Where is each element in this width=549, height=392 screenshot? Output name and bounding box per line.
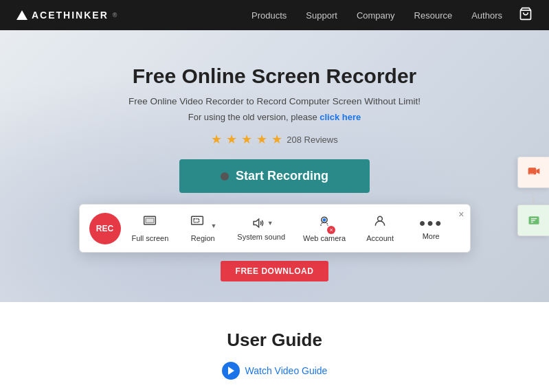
nav-authors[interactable]: Authors (471, 10, 502, 21)
widget-separator (533, 191, 534, 202)
logo-triangle (16, 10, 27, 20)
hero-section: Free Online Screen Recorder Free Online … (0, 30, 549, 302)
nav-products[interactable]: Products (251, 10, 287, 21)
svg-rect-3 (192, 216, 203, 224)
nav-company[interactable]: Company (357, 10, 395, 21)
more-icon: ●●● (419, 217, 443, 229)
svg-point-8 (378, 216, 383, 221)
toolbar-system-sound[interactable]: ▼ System sound (230, 214, 292, 244)
user-guide-title: User Guide (0, 330, 549, 351)
hero-old-version: For using the old version, please click … (0, 112, 549, 122)
svg-point-7 (323, 219, 325, 221)
star-3: ★ (241, 132, 252, 147)
rec-button[interactable]: REC (89, 213, 121, 244)
hero-title: Free Online Screen Recorder (0, 65, 549, 88)
play-button-icon (222, 362, 240, 380)
stars-row: ★ ★ ★ ★ ★ 208 Reviews (0, 132, 549, 147)
system-sound-label: System sound (237, 233, 285, 241)
webcam-icon (316, 214, 333, 231)
cart-icon[interactable] (519, 7, 533, 24)
region-icon: ▼ (189, 214, 216, 231)
fullscreen-icon (142, 214, 158, 231)
more-label: More (423, 232, 440, 240)
nav-support[interactable]: Support (306, 10, 337, 21)
user-guide-section: User Guide Watch Video Guide (0, 302, 549, 392)
reviews-text: 208 Reviews (287, 135, 337, 145)
brand-name: ACETHINKER (32, 10, 109, 21)
svg-marker-5 (254, 219, 259, 227)
record-dot (221, 172, 229, 181)
toolbar-webcam[interactable]: Web camera (296, 211, 352, 245)
side-widgets (517, 157, 549, 236)
system-sound-icon: ▼ (249, 216, 273, 230)
svg-rect-4 (194, 219, 199, 222)
region-label: Region (191, 234, 215, 242)
sound-dropdown-arrow: ▼ (267, 220, 273, 227)
navbar: ACETHINKER ® Products Support Company Re… (0, 0, 549, 30)
star-2: ★ (226, 132, 237, 147)
click-here-link[interactable]: click here (320, 112, 361, 122)
toolbar-account[interactable]: Account (357, 211, 403, 245)
toolbar-region[interactable]: ▼ Region (179, 211, 226, 245)
star-5-half: ★ (271, 132, 282, 147)
watch-video-link[interactable]: Watch Video Guide (222, 362, 328, 380)
toolbar-fullscreen[interactable]: Full screen (125, 211, 176, 245)
close-button[interactable]: × (458, 209, 464, 220)
account-label: Account (366, 234, 394, 242)
svg-rect-11 (529, 173, 534, 174)
start-recording-label: Start Recording (236, 169, 328, 183)
toolbar-more[interactable]: ●●● More (407, 214, 454, 243)
logo[interactable]: ACETHINKER ® (16, 10, 118, 21)
fullscreen-label: Full screen (132, 234, 169, 242)
region-dropdown-arrow: ▼ (211, 222, 217, 229)
hero-subtitle: Free Online Video Recorder to Record Com… (0, 96, 549, 106)
nav-links: Products Support Company Resource Author… (251, 10, 502, 21)
start-recording-button[interactable]: Start Recording (179, 159, 370, 193)
webcam-label: Web camera (303, 234, 346, 242)
star-4: ★ (256, 132, 267, 147)
webcam-off-badge (327, 226, 335, 234)
account-icon (372, 214, 388, 231)
star-1: ★ (211, 132, 222, 147)
watch-video-label: Watch Video Guide (245, 365, 328, 376)
toolbar-popup: × REC Full screen ▼ Region (79, 204, 471, 253)
svg-rect-2 (146, 218, 155, 223)
chat-widget-button[interactable] (517, 205, 549, 236)
svg-marker-10 (536, 168, 539, 174)
video-widget-button[interactable] (517, 157, 549, 188)
free-download-button[interactable]: FREE DOWNLOAD (221, 261, 329, 281)
nav-resource[interactable]: Resource (414, 10, 453, 21)
